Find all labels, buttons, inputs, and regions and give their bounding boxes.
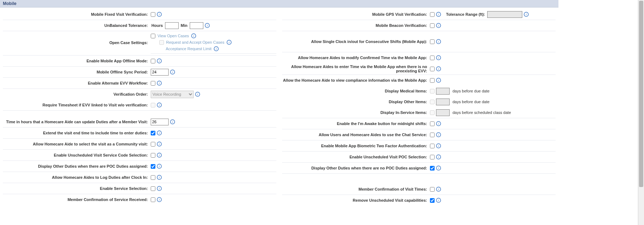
checkbox-member-conf-service[interactable] xyxy=(151,197,155,202)
info-icon[interactable]: i xyxy=(436,187,441,192)
info-icon[interactable]: i xyxy=(157,142,162,147)
info-icon[interactable]: i xyxy=(524,12,529,17)
checkbox-member-conf-times[interactable] xyxy=(430,187,435,192)
info-icon[interactable]: i xyxy=(191,33,196,38)
link-view-open-cases: View Open Cases xyxy=(158,34,189,38)
checkbox-chat-service[interactable] xyxy=(430,133,435,137)
info-icon[interactable]: i xyxy=(157,153,162,158)
info-icon[interactable]: i xyxy=(170,119,175,124)
scrollbar-thumb[interactable] xyxy=(639,1,643,187)
checkbox-biometric-2fa[interactable] xyxy=(430,144,435,148)
label-offline-sync: Mobile Offline Sync Period: xyxy=(3,70,151,74)
checkbox-community-visit[interactable] xyxy=(151,142,155,147)
hours-label: Hours xyxy=(151,23,163,28)
suffix-days-due-1: days before due date xyxy=(452,89,489,93)
label-fixed-visit: Mobile Fixed Visit Verification: xyxy=(3,12,151,16)
info-icon[interactable]: i xyxy=(157,58,162,63)
checkbox-display-other xyxy=(430,100,435,104)
right-column: Mobile GPS Visit Verification: i Toleran… xyxy=(279,8,558,207)
info-icon[interactable]: i xyxy=(436,12,441,17)
input-offline-sync[interactable] xyxy=(151,69,169,76)
checkbox-display-medical xyxy=(430,89,435,94)
label-extend-visit-end: Extend the visit end time to include tim… xyxy=(3,131,151,135)
checkbox-log-duties-clockin[interactable] xyxy=(151,175,155,180)
label-display-other-poc: Display Other Duties when there are POC … xyxy=(3,164,151,168)
checkbox-view-compliance[interactable] xyxy=(430,78,435,83)
info-icon[interactable]: i xyxy=(436,39,441,44)
label-verification-order: Verification Order: xyxy=(3,92,151,96)
info-icon[interactable]: i xyxy=(157,102,162,107)
checkbox-single-clock[interactable] xyxy=(430,39,435,44)
checkbox-display-other-poc[interactable] xyxy=(151,164,155,169)
label-open-case: Open Case Settings: xyxy=(3,33,151,45)
checkbox-extend-visit-end[interactable] xyxy=(151,131,155,135)
checkbox-fixed-visit[interactable] xyxy=(151,12,155,17)
section-header: Mobile xyxy=(0,0,558,8)
link-request-accept: Request and Accept Open Cases xyxy=(166,40,224,44)
checkbox-display-inservice xyxy=(430,110,435,115)
input-tolerance-range xyxy=(487,11,522,18)
label-member-conf-times: Member Confirmation of Visit Times: xyxy=(282,187,430,191)
info-icon[interactable]: i xyxy=(436,78,441,83)
info-icon[interactable]: i xyxy=(157,130,162,135)
min-input[interactable] xyxy=(190,22,203,29)
label-display-medical: Display Medical Items: xyxy=(282,89,430,93)
label-display-other-no-poc: Display Other Duties when there are no P… xyxy=(282,166,430,170)
checkbox-enable-alt-evv[interactable] xyxy=(151,81,155,86)
suffix-days-class: days before scheduled class date xyxy=(452,110,511,115)
label-time-hours-duties: Time in hours that a Homecare Aide can u… xyxy=(3,120,151,124)
info-icon[interactable]: i xyxy=(214,46,219,51)
label-display-other: Display Other Items: xyxy=(282,100,430,104)
checkbox-beacon[interactable] xyxy=(430,23,435,28)
min-label: Min xyxy=(181,23,188,28)
left-column: Mobile Fixed Visit Verification: i UnBal… xyxy=(0,8,279,207)
label-community-visit: Allow Homecare Aide to select the visit … xyxy=(3,142,151,146)
label-member-conf-service: Member Confirmation of Service Received: xyxy=(3,197,151,202)
checkbox-unsched-poc[interactable] xyxy=(430,155,435,159)
select-verification-order: Voice Recording xyxy=(151,91,194,98)
checkbox-enable-service-sel[interactable] xyxy=(151,186,155,191)
info-icon[interactable]: i xyxy=(157,164,162,169)
info-icon[interactable]: i xyxy=(170,70,175,75)
checkbox-display-other-no-poc[interactable] xyxy=(430,166,435,171)
info-icon[interactable]: i xyxy=(436,132,441,137)
info-icon[interactable]: i xyxy=(436,55,441,60)
label-biometric-2fa: Enable Mobile App Biometric Two Factor A… xyxy=(282,144,430,148)
checkbox-modify-confirmed[interactable] xyxy=(430,56,435,60)
input-time-hours[interactable] xyxy=(151,119,169,125)
info-icon[interactable]: i xyxy=(436,154,441,159)
checkbox-unsched-service-code[interactable] xyxy=(151,153,155,158)
input-display-medical-days xyxy=(436,88,450,95)
label-display-inservice: Display In-Service Items: xyxy=(282,110,430,115)
hours-input[interactable] xyxy=(165,22,179,29)
info-icon[interactable]: i xyxy=(157,81,162,86)
info-icon[interactable]: i xyxy=(436,66,441,71)
info-icon[interactable]: i xyxy=(227,40,232,45)
info-icon[interactable]: i xyxy=(436,143,441,148)
checkbox-gps-visit[interactable] xyxy=(430,12,435,17)
info-icon[interactable]: i xyxy=(436,23,441,28)
label-remove-unsched: Remove Unscheduled Visit capabilities: xyxy=(282,198,430,202)
info-icon[interactable]: i xyxy=(195,92,200,97)
checkbox-im-awake[interactable] xyxy=(430,121,435,126)
info-icon[interactable]: i xyxy=(436,121,441,126)
scrollbar[interactable] xyxy=(638,0,644,207)
info-icon[interactable]: i xyxy=(436,198,441,203)
label-gps-visit: Mobile GPS Visit Verification: xyxy=(282,12,430,16)
checkbox-remove-unsched[interactable] xyxy=(430,198,435,203)
info-icon[interactable]: i xyxy=(436,166,441,171)
label-enable-service-sel: Enable Service Selection: xyxy=(3,186,151,191)
label-view-compliance: Allow the Homecare Aide to view complian… xyxy=(282,78,430,82)
checkbox-view-open-cases[interactable] xyxy=(151,34,155,38)
label-tolerance-range: Tolerance Range (ft): xyxy=(446,12,485,16)
label-unsched-service-code: Enable Unscheduled Visit Service Code Se… xyxy=(3,153,151,157)
checkbox-request-accept xyxy=(159,40,164,45)
info-icon[interactable]: i xyxy=(205,23,210,28)
label-beacon: Mobile Beacon Verification: xyxy=(282,23,430,28)
info-icon[interactable]: i xyxy=(157,186,162,191)
info-icon[interactable]: i xyxy=(157,12,162,17)
checkbox-enter-time-no-evv[interactable] xyxy=(430,67,435,71)
info-icon[interactable]: i xyxy=(157,175,162,180)
info-icon[interactable]: i xyxy=(157,197,162,202)
checkbox-enable-offline[interactable] xyxy=(151,59,155,63)
